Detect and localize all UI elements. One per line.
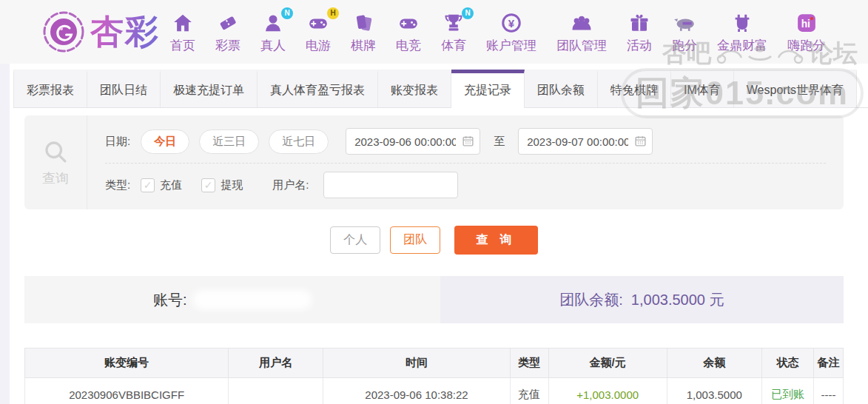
team-balance-text: 团队余额: 1,003.5000 元 (559, 290, 724, 310)
nav-item-activity[interactable]: 活动 (627, 10, 652, 54)
ticket-icon (217, 10, 239, 36)
nav-item-account-mgmt[interactable]: ¥ 账户管理 (486, 10, 536, 54)
tab-lottery-report[interactable]: 彩票报表 (13, 70, 87, 107)
calendar-icon[interactable] (634, 135, 647, 147)
tab-live-sports-pl[interactable]: 真人体育盈亏报表 (258, 70, 378, 107)
personal-button[interactable]: 个人 (330, 226, 380, 254)
top-nav: 杏彩 首页 彩票 N 真人 (0, 0, 868, 64)
nav-item-cards[interactable]: 棋牌 (351, 10, 376, 54)
date-to-wrapper (518, 128, 653, 155)
svg-text:hi: hi (801, 18, 810, 29)
nav-item-home[interactable]: 首页 (170, 10, 195, 54)
cell-remark: ---- (813, 378, 843, 404)
col-status: 状态 (761, 349, 813, 378)
nav-item-paofen[interactable]: 跑分 (672, 10, 697, 54)
cell-type: 充值 (510, 378, 548, 404)
team-balance-section: 团队余额: 1,003.5000 元 (440, 276, 844, 323)
account-label: 账号: (153, 290, 187, 310)
filter-search-label: 查询 (42, 169, 69, 187)
nav-badge: H (327, 7, 339, 19)
date-from-input[interactable] (346, 128, 480, 155)
query-button[interactable]: 查 询 (454, 226, 537, 255)
col-type: 类型 (510, 349, 548, 378)
trophy-icon: N (443, 10, 465, 36)
team-balance-value: 1,003.5000 (631, 292, 705, 308)
left-strip (0, 64, 10, 404)
preset-3days-button[interactable]: 近三日 (199, 129, 259, 154)
ding-cauldron-icon (731, 10, 753, 36)
username-redacted (243, 387, 309, 400)
esports-gamepad-icon (397, 10, 420, 36)
cell-username (229, 378, 323, 404)
nav-badge: N (462, 7, 474, 19)
tab-fast-orders[interactable]: 极速充提订单 (161, 70, 258, 107)
nav-item-esports[interactable]: 电竞 (396, 10, 421, 54)
tab-wesports[interactable]: Wesports世界体育 (734, 70, 857, 107)
withdraw-checkbox[interactable] (201, 178, 215, 192)
nav-items: 首页 彩票 N 真人 H 电游 (170, 10, 825, 54)
date-to-input[interactable] (518, 128, 653, 155)
home-icon (172, 10, 194, 36)
calendar-icon[interactable] (462, 135, 474, 147)
col-balance: 余额 (667, 349, 761, 378)
nav-item-team-mgmt[interactable]: 团队管理 (556, 10, 607, 54)
tab-deposit-withdraw-records[interactable]: 充提记录 (451, 70, 525, 108)
date-label: 日期: (105, 135, 130, 149)
tab-tetu-cards[interactable]: 特兔棋牌 (598, 70, 671, 107)
gift-icon (628, 10, 650, 36)
cell-balance: 1,003.5000 (667, 378, 761, 404)
action-buttons: 个人 团队 查 询 (0, 226, 868, 255)
col-remark: 备注 (813, 349, 843, 378)
type-filter-row: 类型: 充值 提现 用户名: (105, 168, 826, 202)
date-from-wrapper (346, 128, 480, 155)
preset-today-button[interactable]: 今日 (141, 129, 189, 154)
nav-item-live[interactable]: N 真人 (260, 10, 286, 54)
col-change-id: 账变编号 (25, 349, 229, 378)
search-icon (42, 138, 69, 165)
nav-item-egames[interactable]: H 电游 (306, 10, 331, 54)
account-section: 账号: (24, 276, 440, 323)
nav-item-hipaofen[interactable]: hi 嗨跑分 (787, 10, 825, 54)
records-table: 账变编号 用户名 时间 类型 金额/元 余额 状态 备注 20230906VBB… (24, 348, 844, 404)
withdraw-checkbox-label: 提现 (221, 178, 243, 192)
filter-search-zone: 查询 (24, 115, 87, 209)
nav-item-lottery[interactable]: 彩票 (215, 10, 240, 54)
cell-status: 已到账 (761, 378, 813, 404)
table-header-row: 账变编号 用户名 时间 类型 金额/元 余额 状态 备注 (25, 349, 844, 378)
svg-text:¥: ¥ (508, 16, 515, 29)
person-icon: N (262, 10, 284, 36)
tab-team-daily[interactable]: 团队日结 (87, 70, 161, 107)
cards-icon (352, 10, 374, 36)
table-row: 20230906VBBIBCIGFF 2023-09-06 10:38:22 充… (25, 378, 844, 404)
cell-time: 2023-09-06 10:38:22 (323, 378, 510, 404)
filter-panel: 查询 日期: 今日 近三日 近七日 至 (24, 115, 844, 209)
account-value-redacted (193, 290, 312, 309)
filter-form: 日期: 今日 近三日 近七日 至 (87, 115, 844, 209)
brand-logo[interactable]: 杏彩 (41, 10, 160, 54)
cell-change-id: 20230906VBBIBCIGFF (25, 378, 229, 404)
team-people-icon (570, 10, 593, 36)
date-range-to-label: 至 (494, 135, 505, 149)
col-time: 时间 (323, 349, 510, 378)
deposit-checkbox-label: 充值 (160, 178, 182, 192)
nav-badge: N (281, 7, 293, 19)
team-button[interactable]: 团队 (390, 226, 440, 254)
col-amount: 金额/元 (548, 349, 667, 378)
username-input[interactable] (323, 172, 458, 198)
nav-item-jinding[interactable]: 金鼎财富 (717, 10, 767, 54)
username-label: 用户名: (272, 178, 309, 192)
tab-account-change[interactable]: 账变报表 (378, 70, 451, 107)
coin-yuan-icon: ¥ (500, 10, 522, 36)
brand-name: 杏彩 (90, 10, 160, 54)
col-username: 用户名 (229, 349, 323, 378)
gamepad-icon: H (306, 10, 330, 36)
preset-7days-button[interactable]: 近七日 (269, 129, 329, 154)
filter-divider (105, 163, 826, 164)
deposit-checkbox[interactable] (141, 178, 155, 192)
date-filter-row: 日期: 今日 近三日 近七日 至 (105, 124, 826, 158)
tab-im-sports[interactable]: IM体育 (671, 70, 734, 107)
tab-team-balance[interactable]: 团队余额 (525, 70, 598, 107)
hi-app-icon: hi (795, 10, 818, 36)
rhino-icon (672, 10, 697, 36)
nav-item-sports[interactable]: N 体育 (441, 10, 466, 54)
